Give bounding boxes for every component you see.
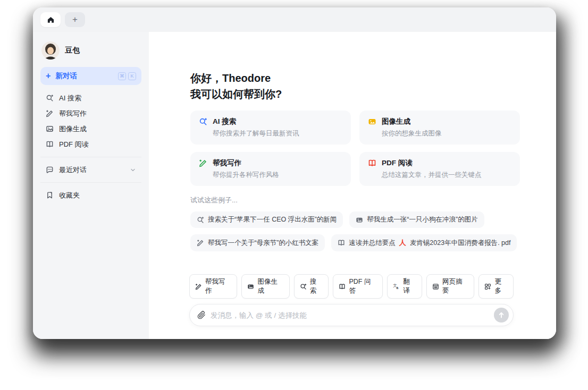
feature-cards: AI 搜索 帮你搜索并了解每日最新资讯 图像生成 按你的想象生成图像 [190, 111, 520, 186]
write-icon [46, 109, 54, 117]
skill-chip-write[interactable]: 帮我写作 [189, 274, 237, 299]
example-chip-write-post[interactable]: 帮我写一个关于“母亲节”的小红书文案 [190, 234, 325, 251]
book-icon [339, 283, 346, 290]
sidebar-item-recent-chats[interactable]: 最近对话 [40, 162, 141, 177]
ai-search-icon [46, 94, 54, 102]
bookmark-icon [46, 191, 54, 199]
image-icon [368, 117, 376, 126]
card-write[interactable]: 帮我写作 帮你提升各种写作风格 [190, 152, 351, 186]
more-icon [484, 283, 491, 290]
k-key-icon: K [128, 72, 136, 80]
example-chip-gen-image[interactable]: 帮我生成一张“一只小狗在冲浪”的图片 [349, 211, 484, 228]
sidebar-item-favorites[interactable]: 收藏夹 [40, 188, 141, 203]
greeting-line2: 我可以如何帮到你? [190, 86, 520, 102]
paperclip-icon[interactable] [197, 311, 206, 319]
skill-chip-pdf-qa[interactable]: PDF 问答 [333, 274, 383, 299]
sidebar: 豆包 + 新对话 ⌘ K AI 搜索 [33, 32, 149, 339]
send-button[interactable] [494, 308, 509, 323]
cmd-key-icon: ⌘ [118, 72, 126, 80]
example-chip-search-news[interactable]: 搜索关于“苹果下一任 CEO 浮出水面”的新闻 [190, 211, 343, 228]
avatar [41, 41, 60, 60]
sidebar-item-pdf-read[interactable]: PDF 阅读 [40, 137, 141, 152]
tab-home[interactable] [40, 12, 61, 27]
plus-icon: + [46, 72, 51, 80]
divider [40, 157, 141, 157]
ai-search-icon [300, 283, 307, 290]
examples-label: 试试这些例子... [190, 196, 520, 205]
message-input[interactable] [211, 311, 494, 319]
book-icon [338, 239, 345, 247]
skill-chip-more[interactable]: 更多 [478, 274, 514, 299]
card-pdf-read[interactable]: PDF 阅读 总结这篇文章，并提供一些关键点 [359, 152, 520, 186]
card-image-gen[interactable]: 图像生成 按你的想象生成图像 [359, 111, 520, 145]
app-name: 豆包 [65, 46, 80, 55]
divider [40, 182, 141, 183]
skill-chip-image-gen[interactable]: 图像生成 [241, 274, 289, 299]
card-ai-search[interactable]: AI 搜索 帮你搜索并了解每日最新资讯 [190, 111, 351, 145]
write-icon [197, 239, 204, 247]
write-icon [195, 283, 202, 290]
profile-row[interactable]: 豆包 [40, 39, 141, 67]
sidebar-item-new-chat[interactable]: + 新对话 ⌘ K [40, 67, 141, 85]
sidebar-item-image-gen[interactable]: 图像生成 [40, 121, 141, 137]
book-icon [368, 159, 376, 167]
pdf-file-icon: 人 [399, 238, 406, 248]
image-icon [356, 216, 363, 224]
ai-search-icon [197, 216, 204, 224]
write-icon [199, 159, 207, 167]
ai-search-icon [199, 117, 207, 126]
plus-icon: + [72, 14, 78, 25]
image-icon [46, 125, 54, 133]
tab-strip: + [33, 7, 556, 32]
image-icon [247, 283, 254, 290]
new-tab-button[interactable]: + [65, 12, 85, 27]
skill-bar: 帮我写作 图像生成 搜索 [189, 274, 514, 299]
skill-chip-translate[interactable]: 文a 翻译 [387, 274, 422, 299]
sidebar-item-write[interactable]: 帮我写作 [40, 106, 141, 121]
send-arrow-icon [498, 311, 505, 319]
example-chip-summarize-pdf[interactable]: 速读并总结要点 人 麦肯锡2023年中国消费者报告. pdf [331, 234, 517, 251]
shortcut-hint: ⌘ K [118, 72, 136, 80]
svg-text:a: a [397, 286, 399, 290]
greeting-line1: 你好，Theodore [190, 70, 520, 86]
skill-chip-search[interactable]: 搜索 [294, 274, 329, 299]
chat-bubble-icon [46, 166, 54, 174]
translate-icon: 文a [393, 283, 400, 290]
chevron-down-icon [130, 167, 136, 173]
webpage-icon [432, 283, 439, 290]
main-area: 你好，Theodore 我可以如何帮到你? AI 搜索 帮你搜索并了解每日最新资… [149, 32, 556, 339]
home-icon [47, 16, 55, 24]
message-composer [189, 304, 514, 326]
book-icon [46, 140, 54, 148]
skill-chip-web-summary[interactable]: 网页摘要 [426, 274, 474, 299]
app-window: + 豆包 + 新对话 ⌘ [33, 7, 556, 339]
sidebar-item-ai-search[interactable]: AI 搜索 [40, 90, 141, 106]
